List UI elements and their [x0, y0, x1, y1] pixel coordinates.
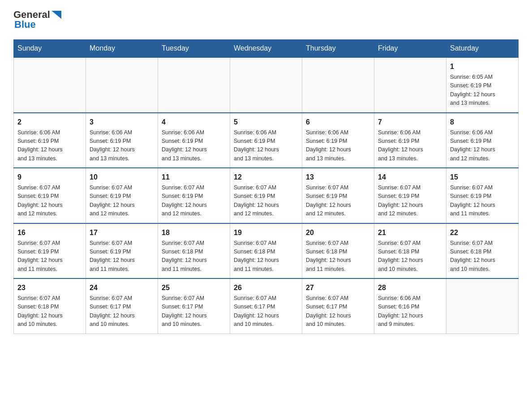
- day-info: Sunrise: 6:07 AM Sunset: 6:19 PM Dayligh…: [17, 184, 82, 218]
- day-number: 21: [378, 227, 442, 238]
- day-number: 6: [306, 117, 370, 128]
- day-number: 22: [450, 227, 515, 238]
- calendar-cell: 3Sunrise: 6:06 AM Sunset: 6:19 PM Daylig…: [86, 113, 158, 168]
- calendar-cell: 9Sunrise: 6:07 AM Sunset: 6:19 PM Daylig…: [14, 168, 86, 223]
- day-number: 5: [234, 117, 298, 128]
- calendar-cell: [158, 57, 230, 113]
- day-info: Sunrise: 6:06 AM Sunset: 6:19 PM Dayligh…: [378, 128, 442, 163]
- calendar-week-4: 16Sunrise: 6:07 AM Sunset: 6:19 PM Dayli…: [14, 223, 519, 279]
- calendar-cell: 17Sunrise: 6:07 AM Sunset: 6:19 PM Dayli…: [86, 223, 158, 279]
- day-number: 13: [306, 172, 370, 183]
- day-info: Sunrise: 6:06 AM Sunset: 6:19 PM Dayligh…: [234, 128, 298, 163]
- day-number: 12: [234, 172, 298, 183]
- day-number: 20: [306, 227, 370, 238]
- calendar-cell: 8Sunrise: 6:06 AM Sunset: 6:19 PM Daylig…: [446, 113, 519, 168]
- day-info: Sunrise: 6:07 AM Sunset: 6:18 PM Dayligh…: [450, 239, 515, 274]
- calendar-cell: 12Sunrise: 6:07 AM Sunset: 6:19 PM Dayli…: [230, 168, 302, 223]
- calendar-cell: 14Sunrise: 6:07 AM Sunset: 6:19 PM Dayli…: [374, 168, 446, 223]
- day-number: 3: [90, 117, 154, 128]
- day-info: Sunrise: 6:06 AM Sunset: 6:19 PM Dayligh…: [450, 128, 515, 163]
- day-info: Sunrise: 6:06 AM Sunset: 6:19 PM Dayligh…: [306, 128, 370, 163]
- day-info: Sunrise: 6:07 AM Sunset: 6:19 PM Dayligh…: [90, 184, 154, 218]
- day-number: 15: [450, 172, 515, 183]
- calendar-cell: 15Sunrise: 6:07 AM Sunset: 6:19 PM Dayli…: [446, 168, 519, 223]
- day-info: Sunrise: 6:07 AM Sunset: 6:18 PM Dayligh…: [234, 239, 298, 274]
- day-info: Sunrise: 6:06 AM Sunset: 6:16 PM Dayligh…: [378, 294, 442, 329]
- calendar-cell: 13Sunrise: 6:07 AM Sunset: 6:19 PM Dayli…: [302, 168, 374, 223]
- day-number: 2: [17, 117, 82, 128]
- day-info: Sunrise: 6:06 AM Sunset: 6:19 PM Dayligh…: [17, 128, 82, 163]
- day-info: Sunrise: 6:07 AM Sunset: 6:19 PM Dayligh…: [378, 184, 442, 218]
- day-info: Sunrise: 6:05 AM Sunset: 6:19 PM Dayligh…: [450, 73, 515, 108]
- calendar-cell: 16Sunrise: 6:07 AM Sunset: 6:19 PM Dayli…: [14, 223, 86, 279]
- calendar-cell: 27Sunrise: 6:07 AM Sunset: 6:17 PM Dayli…: [302, 278, 374, 334]
- day-info: Sunrise: 6:07 AM Sunset: 6:17 PM Dayligh…: [234, 294, 298, 329]
- calendar-cell: 11Sunrise: 6:07 AM Sunset: 6:19 PM Dayli…: [158, 168, 230, 223]
- day-number: 25: [162, 283, 226, 293]
- day-info: Sunrise: 6:07 AM Sunset: 6:18 PM Dayligh…: [17, 294, 82, 329]
- day-number: 9: [17, 172, 82, 183]
- day-number: 1: [450, 61, 515, 72]
- calendar-cell: [14, 57, 86, 113]
- calendar-cell: 23Sunrise: 6:07 AM Sunset: 6:18 PM Dayli…: [14, 278, 86, 334]
- calendar-cell: 18Sunrise: 6:07 AM Sunset: 6:18 PM Dayli…: [158, 223, 230, 279]
- day-number: 18: [162, 227, 226, 238]
- calendar-cell: 25Sunrise: 6:07 AM Sunset: 6:17 PM Dayli…: [158, 278, 230, 334]
- weekday-header-tuesday: Tuesday: [158, 40, 230, 58]
- calendar-cell: 2Sunrise: 6:06 AM Sunset: 6:19 PM Daylig…: [14, 113, 86, 168]
- calendar-cell: [446, 278, 519, 334]
- day-info: Sunrise: 6:07 AM Sunset: 6:18 PM Dayligh…: [378, 239, 442, 274]
- day-number: 14: [378, 172, 442, 183]
- weekday-header-row: SundayMondayTuesdayWednesdayThursdayFrid…: [14, 40, 519, 58]
- logo: General Blue: [13, 9, 61, 30]
- day-number: 23: [17, 283, 82, 293]
- day-info: Sunrise: 6:07 AM Sunset: 6:19 PM Dayligh…: [162, 184, 226, 218]
- day-number: 11: [162, 172, 226, 183]
- calendar-cell: 1Sunrise: 6:05 AM Sunset: 6:19 PM Daylig…: [446, 57, 519, 113]
- calendar-cell: 4Sunrise: 6:06 AM Sunset: 6:19 PM Daylig…: [158, 113, 230, 168]
- logo-arrow-icon: [51, 11, 61, 19]
- weekday-header-wednesday: Wednesday: [230, 40, 302, 58]
- day-info: Sunrise: 6:07 AM Sunset: 6:19 PM Dayligh…: [306, 184, 370, 218]
- day-number: 16: [17, 227, 82, 238]
- calendar-week-3: 9Sunrise: 6:07 AM Sunset: 6:19 PM Daylig…: [14, 168, 519, 223]
- calendar-cell: 6Sunrise: 6:06 AM Sunset: 6:19 PM Daylig…: [302, 113, 374, 168]
- day-info: Sunrise: 6:07 AM Sunset: 6:17 PM Dayligh…: [162, 294, 226, 329]
- weekday-header-thursday: Thursday: [302, 40, 374, 58]
- day-number: 19: [234, 227, 298, 238]
- day-info: Sunrise: 6:07 AM Sunset: 6:19 PM Dayligh…: [450, 184, 515, 218]
- day-number: 17: [90, 227, 154, 238]
- day-number: 10: [90, 172, 154, 183]
- day-number: 24: [90, 283, 154, 293]
- page-header: General Blue: [13, 9, 519, 30]
- calendar-cell: [230, 57, 302, 113]
- day-info: Sunrise: 6:07 AM Sunset: 6:17 PM Dayligh…: [90, 294, 154, 329]
- weekday-header-monday: Monday: [86, 40, 158, 58]
- calendar-cell: [86, 57, 158, 113]
- calendar-cell: 5Sunrise: 6:06 AM Sunset: 6:19 PM Daylig…: [230, 113, 302, 168]
- calendar-week-5: 23Sunrise: 6:07 AM Sunset: 6:18 PM Dayli…: [14, 278, 519, 334]
- day-info: Sunrise: 6:07 AM Sunset: 6:17 PM Dayligh…: [306, 294, 370, 329]
- svg-marker-0: [51, 11, 61, 19]
- day-number: 7: [378, 117, 442, 128]
- day-info: Sunrise: 6:07 AM Sunset: 6:19 PM Dayligh…: [234, 184, 298, 218]
- day-info: Sunrise: 6:07 AM Sunset: 6:19 PM Dayligh…: [17, 239, 82, 274]
- day-info: Sunrise: 6:07 AM Sunset: 6:18 PM Dayligh…: [306, 239, 370, 274]
- day-number: 4: [162, 117, 226, 128]
- logo-text-blue: Blue: [14, 19, 36, 30]
- day-info: Sunrise: 6:06 AM Sunset: 6:19 PM Dayligh…: [162, 128, 226, 163]
- day-number: 8: [450, 117, 515, 128]
- day-info: Sunrise: 6:07 AM Sunset: 6:18 PM Dayligh…: [162, 239, 226, 274]
- calendar-cell: 24Sunrise: 6:07 AM Sunset: 6:17 PM Dayli…: [86, 278, 158, 334]
- calendar-week-1: 1Sunrise: 6:05 AM Sunset: 6:19 PM Daylig…: [14, 57, 519, 113]
- weekday-header-saturday: Saturday: [446, 40, 519, 58]
- weekday-header-sunday: Sunday: [14, 40, 86, 58]
- day-number: 26: [234, 283, 298, 293]
- calendar-cell: 21Sunrise: 6:07 AM Sunset: 6:18 PM Dayli…: [374, 223, 446, 279]
- day-number: 27: [306, 283, 370, 293]
- day-number: 28: [378, 283, 442, 293]
- weekday-header-friday: Friday: [374, 40, 446, 58]
- calendar-table: SundayMondayTuesdayWednesdayThursdayFrid…: [13, 39, 519, 334]
- calendar-cell: 26Sunrise: 6:07 AM Sunset: 6:17 PM Dayli…: [230, 278, 302, 334]
- calendar-cell: [302, 57, 374, 113]
